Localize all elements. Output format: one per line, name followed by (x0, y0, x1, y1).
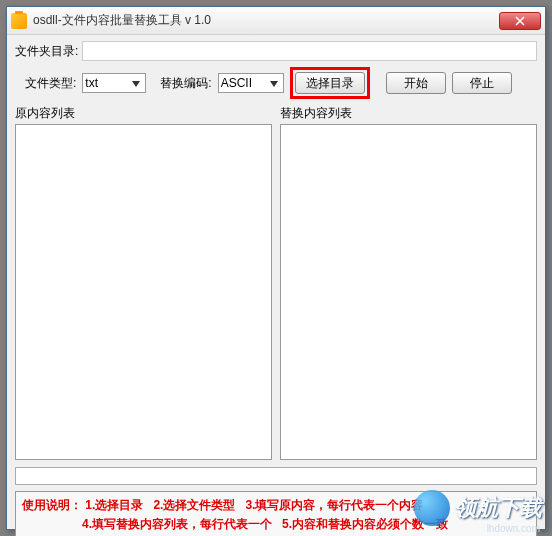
file-type-combo[interactable]: txt (82, 73, 146, 93)
instructions-line2: 4.填写替换内容列表，每行代表一个 5.内容和替换内容必须个数一致 (22, 515, 530, 534)
inst-step2: 2.选择文件类型 (153, 498, 235, 512)
inst-step4: 4.填写替换内容列表，每行代表一个 (82, 517, 272, 531)
folder-dir-input[interactable] (82, 41, 537, 61)
titlebar: osdll-文件内容批量替换工具 v 1.0 (7, 7, 545, 35)
original-list-label: 原内容列表 (15, 105, 272, 122)
file-type-label: 文件类型: (25, 75, 76, 92)
chevron-down-icon (129, 77, 143, 91)
close-button[interactable] (499, 12, 541, 30)
chevron-down-icon (267, 77, 281, 91)
replace-panel: 替换内容列表 (280, 105, 537, 463)
folder-dir-label: 文件夹目录: (15, 43, 78, 60)
replace-list-label: 替换内容列表 (280, 105, 537, 122)
status-input[interactable] (15, 467, 537, 485)
highlight-select-dir: 选择目录 (290, 67, 370, 99)
encoding-combo[interactable]: ASCII (218, 73, 284, 93)
select-dir-button[interactable]: 选择目录 (295, 72, 365, 94)
inst-step1: 1.选择目录 (85, 498, 143, 512)
inst-prefix: 使用说明： (22, 498, 82, 512)
file-type-value: txt (85, 76, 98, 90)
close-icon (515, 16, 525, 26)
app-window: osdll-文件内容批量替换工具 v 1.0 文件夹目录: 文件类型: txt … (6, 6, 546, 530)
stop-button[interactable]: 停止 (452, 72, 512, 94)
inst-step5: 5.内容和替换内容必须个数一致 (282, 517, 448, 531)
window-title: osdll-文件内容批量替换工具 v 1.0 (33, 12, 499, 29)
panels: 原内容列表 替换内容列表 (15, 105, 537, 463)
inst-step3: 3.填写原内容，每行代表一个内容 (245, 498, 423, 512)
encoding-value: ASCII (221, 76, 252, 90)
dir-row: 文件夹目录: (15, 41, 537, 61)
replace-textarea[interactable] (280, 124, 537, 460)
original-panel: 原内容列表 (15, 105, 272, 463)
watermark-url: lhdown.com (487, 523, 540, 534)
instructions-box: 使用说明： 1.选择目录 2.选择文件类型 3.填写原内容，每行代表一个内容 4… (15, 491, 537, 536)
start-button[interactable]: 开始 (386, 72, 446, 94)
encoding-label: 替换编码: (160, 75, 211, 92)
app-icon (11, 13, 27, 29)
instructions-line1: 使用说明： 1.选择目录 2.选择文件类型 3.填写原内容，每行代表一个内容 (22, 496, 530, 515)
original-textarea[interactable] (15, 124, 272, 460)
content-area: 文件夹目录: 文件类型: txt 替换编码: ASCII 选择目录 开始 停止 … (7, 35, 545, 536)
options-row: 文件类型: txt 替换编码: ASCII 选择目录 开始 停止 (15, 67, 537, 99)
